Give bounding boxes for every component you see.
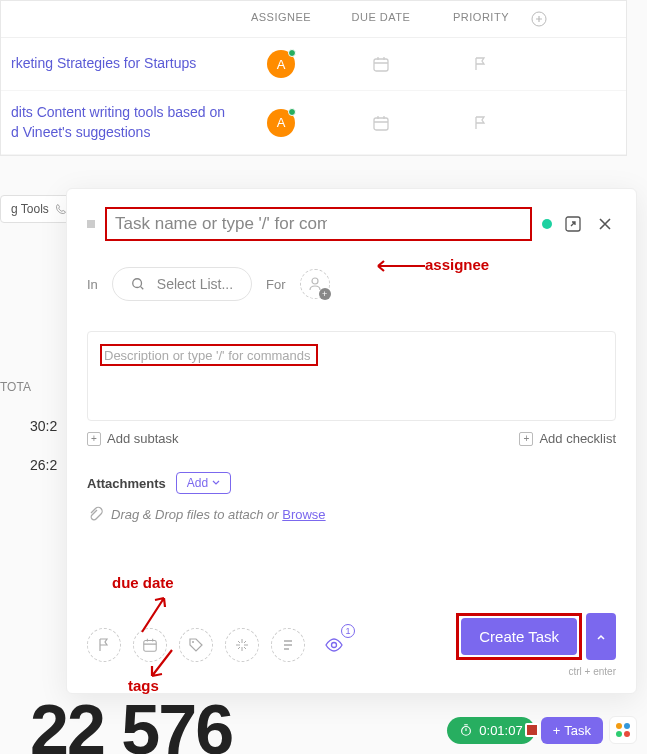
watcher-count: 1: [341, 624, 355, 638]
caret-down-icon: [212, 479, 220, 487]
in-label: In: [87, 277, 98, 292]
add-subtask-button[interactable]: + Add subtask: [87, 431, 179, 446]
stop-timer-button[interactable]: [525, 723, 539, 737]
table-row[interactable]: rketing Strategies for Startups A: [1, 38, 626, 91]
table-header: ASSIGNEE DUE DATE PRIORITY: [1, 1, 626, 38]
add-checklist-label: Add checklist: [539, 431, 616, 446]
status-square[interactable]: [87, 220, 95, 228]
assignee-cell[interactable]: A: [231, 50, 331, 78]
calendar-icon: [142, 637, 158, 653]
svg-rect-6: [144, 641, 156, 652]
watchers-button[interactable]: 1: [317, 628, 351, 662]
tags-button[interactable]: [179, 628, 213, 662]
online-dot: [288, 108, 296, 116]
assignee-cell[interactable]: A: [231, 109, 331, 137]
plus-icon: +: [87, 432, 101, 446]
svg-point-4: [133, 279, 142, 288]
sprint-button[interactable]: [225, 628, 259, 662]
svg-point-8: [332, 643, 337, 648]
list-icon: [280, 637, 296, 653]
svg-point-7: [192, 641, 194, 643]
sparkle-icon: [234, 637, 250, 653]
due-date-cell[interactable]: [331, 114, 431, 132]
col-priority: PRIORITY: [431, 11, 531, 27]
attachments-label: Attachments: [87, 476, 166, 491]
close-icon: [597, 216, 613, 232]
create-task-modal: In Select List... For + + Add subtask + …: [66, 188, 637, 694]
tag-icon: [188, 637, 204, 653]
search-icon: [131, 277, 145, 291]
totals-label: TOTA: [0, 380, 31, 394]
expand-button[interactable]: [562, 213, 584, 235]
time-value: 26:2: [30, 457, 57, 473]
select-list-placeholder: Select List...: [157, 276, 233, 292]
select-list-picker[interactable]: Select List...: [112, 267, 252, 301]
task-table: ASSIGNEE DUE DATE PRIORITY rketing Strat…: [0, 0, 627, 156]
flag-icon: [473, 56, 489, 72]
phone-icon: [55, 203, 67, 215]
priority-button[interactable]: [87, 628, 121, 662]
task-name[interactable]: rketing Strategies for Startups: [1, 54, 231, 74]
svg-rect-2: [374, 118, 388, 130]
plus-icon: +: [553, 723, 561, 738]
drag-drop-hint: Drag & Drop files to attach or Browse: [87, 506, 616, 522]
ctrl-enter-hint: ctrl + enter: [456, 666, 616, 677]
paperclip-icon: [87, 506, 103, 522]
close-button[interactable]: [594, 213, 616, 235]
for-label: For: [266, 277, 286, 292]
time-value: 30:2: [30, 418, 57, 434]
plus-icon: +: [319, 288, 331, 300]
task-name[interactable]: dits Content writing tools based on d Vi…: [1, 103, 231, 142]
flag-icon: [473, 115, 489, 131]
due-date-cell[interactable]: [331, 55, 431, 73]
tools-chip-label: g Tools: [11, 202, 49, 216]
caret-up-icon: [596, 632, 606, 642]
sync-dot-icon: [542, 219, 552, 229]
avatar[interactable]: A: [267, 50, 295, 78]
table-row[interactable]: dits Content writing tools based on d Vi…: [1, 91, 626, 155]
create-task-dropdown[interactable]: [586, 613, 616, 660]
stopwatch-icon: [459, 723, 473, 737]
priority-cell[interactable]: [431, 115, 531, 131]
timer-chip[interactable]: 0:01:07: [447, 717, 534, 744]
online-dot: [288, 49, 296, 57]
flag-icon: [96, 637, 112, 653]
timer-value: 0:01:07: [479, 723, 522, 738]
dependency-button[interactable]: [271, 628, 305, 662]
description-input[interactable]: [104, 348, 314, 363]
browse-link[interactable]: Browse: [282, 507, 325, 522]
add-checklist-button[interactable]: + Add checklist: [519, 431, 616, 446]
apps-button[interactable]: [609, 716, 637, 744]
description-box[interactable]: [87, 331, 616, 421]
add-subtask-label: Add subtask: [107, 431, 179, 446]
avatar[interactable]: A: [267, 109, 295, 137]
assignee-picker[interactable]: +: [300, 269, 330, 299]
apps-icon: [616, 723, 630, 737]
big-number: 22 576: [30, 690, 232, 754]
new-task-button[interactable]: + Task: [541, 717, 603, 744]
add-column-button[interactable]: [531, 11, 571, 27]
calendar-icon: [372, 55, 390, 73]
priority-cell[interactable]: [431, 56, 531, 72]
col-assignee: ASSIGNEE: [231, 11, 331, 27]
due-date-button[interactable]: [133, 628, 167, 662]
calendar-icon: [372, 114, 390, 132]
task-name-input[interactable]: [109, 210, 333, 238]
svg-rect-1: [374, 59, 388, 71]
add-attachment-button[interactable]: Add: [176, 472, 231, 494]
eye-icon: [324, 635, 344, 655]
create-task-button[interactable]: Create Task: [461, 618, 577, 655]
plus-icon: +: [519, 432, 533, 446]
svg-point-5: [312, 278, 318, 284]
bottom-bar: 0:01:07 + Task: [447, 716, 637, 744]
col-due-date: DUE DATE: [331, 11, 431, 27]
